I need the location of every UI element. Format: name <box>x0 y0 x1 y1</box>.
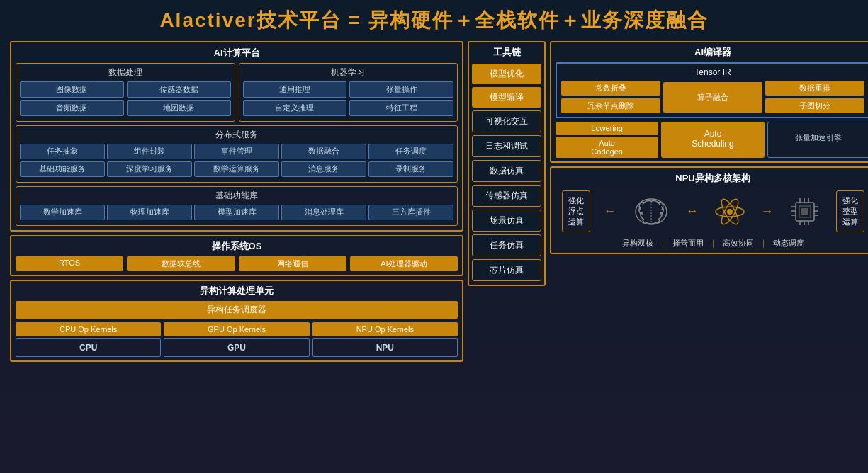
left-column: AI计算平台 数据处理 图像数据 传感器数据 音频数据 地图数据 <box>10 41 463 362</box>
ai-platform-box: AI计算平台 数据处理 图像数据 传感器数据 音频数据 地图数据 <box>10 41 463 232</box>
model-accel-btn[interactable]: 模型加速库 <box>194 205 279 220</box>
map-data-btn[interactable]: 地图数据 <box>127 100 231 116</box>
mid-arrow: ↔ <box>686 204 699 219</box>
physics-accel-btn[interactable]: 物理加速库 <box>107 205 192 220</box>
data-bus-btn[interactable]: 数据软总线 <box>127 256 235 271</box>
toolchain-title: 工具链 <box>472 46 541 59</box>
custom-inference-btn[interactable]: 自定义推理 <box>243 100 347 116</box>
distributed-services-box: 分布式服务 任务抽象 组件封装 事件管理 数据融合 任务调度 基础功能服务 深度… <box>16 125 458 183</box>
machine-learning-section: 机器学习 通用推理 张量操作 自定义推理 特征工程 <box>239 63 458 122</box>
cpu-btn[interactable]: CPU <box>16 338 161 357</box>
tensor-ir-box: Tensor IR 常数折叠 冗余节点删除 算子融合 数据重排 子图切分 <box>556 62 868 118</box>
hetero-compute-box: 异构计算处理单元 异构任务调度器 CPU Op Kernels CPU GPU … <box>10 280 463 362</box>
chip-icon <box>787 194 823 229</box>
main-title: AIactiver技术平台 = 异构硬件＋全栈软件＋业务深度融合 <box>10 7 858 34</box>
audio-data-btn[interactable]: 音频数据 <box>20 100 124 116</box>
npu-arch-row: 强化 浮点 运算 ← <box>557 190 868 232</box>
math-accel-btn[interactable]: 数学加速库 <box>20 205 105 220</box>
os-box: 操作系统OS RTOS 数据软总线 网络通信 AI处理器驱动 <box>10 235 463 276</box>
left-arrow: ← <box>604 204 616 219</box>
brain-icon <box>630 194 672 229</box>
component-encap-btn[interactable]: 组件封装 <box>107 144 192 159</box>
npu-left-label: 强化 浮点 运算 <box>562 190 590 232</box>
cpu-op-kernels-btn[interactable]: CPU Op Kernels <box>16 322 161 336</box>
basic-func-service-btn[interactable]: 基础功能服务 <box>20 161 105 177</box>
data-processing-section: 数据处理 图像数据 传感器数据 音频数据 地图数据 <box>16 63 235 122</box>
svg-point-2 <box>727 209 733 215</box>
tensor-ir-title: Tensor IR <box>561 67 864 77</box>
data-rearrange-btn[interactable]: 数据重排 <box>765 81 864 96</box>
task-abstract-btn[interactable]: 任务抽象 <box>20 144 105 159</box>
task-sim-btn[interactable]: 任务仿真 <box>472 234 541 256</box>
auto-codegen-btn[interactable]: Auto Codegen <box>556 137 658 158</box>
feature-engineering-btn[interactable]: 特征工程 <box>349 100 453 116</box>
scene-sim-btn[interactable]: 场景仿真 <box>472 210 541 232</box>
ml-row1: 通用推理 张量操作 <box>243 81 454 98</box>
ai-compiler-box: AI编译器 Tensor IR 常数折叠 冗余节点删除 算子融合 数据重排 <box>550 41 868 163</box>
basic-lib-title: 基础功能库 <box>20 190 453 202</box>
ml-row2: 自定义推理 特征工程 <box>243 100 454 116</box>
data-processing-row2: 音频数据 地图数据 <box>20 100 231 116</box>
npu-title: NPU异构多核架构 <box>557 172 868 185</box>
event-mgmt-btn[interactable]: 事件管理 <box>194 144 279 159</box>
record-service-btn[interactable]: 录制服务 <box>368 161 453 177</box>
data-processing-title: 数据处理 <box>20 67 231 79</box>
distributed-row2: 基础功能服务 深度学习服务 数学运算服务 消息服务 录制服务 <box>20 161 453 177</box>
npu-right-label: 强化 整型 运算 <box>836 190 864 232</box>
deep-learning-service-btn[interactable]: 深度学习服务 <box>107 161 192 177</box>
auto-scheduling-btn[interactable]: Auto Scheduling <box>661 122 764 158</box>
hetero-scheduler: 异构任务调度器 <box>16 301 458 319</box>
sensor-sim-btn[interactable]: 传感器仿真 <box>472 185 541 207</box>
subgraph-split-btn[interactable]: 子图切分 <box>765 98 864 113</box>
atom-icon <box>712 194 748 229</box>
os-row: RTOS 数据软总线 网络通信 AI处理器驱动 <box>16 256 458 271</box>
basic-lib-box: 基础功能库 数学加速库 物理加速库 模型加速库 消息处理库 三方库插件 <box>16 186 458 226</box>
msg-process-btn[interactable]: 消息处理库 <box>281 205 366 220</box>
npu-btn[interactable]: NPU <box>312 338 458 357</box>
task-sched-btn[interactable]: 任务调度 <box>368 144 453 159</box>
redundant-node-btn[interactable]: 冗余节点删除 <box>561 98 660 113</box>
model-compile-btn[interactable]: 模型编译 <box>472 87 541 108</box>
model-optimize-btn[interactable]: 模型优化 <box>472 64 541 84</box>
gpu-btn[interactable]: GPU <box>164 338 309 357</box>
tensor-ops-btn[interactable]: 张量操作 <box>349 81 453 98</box>
basic-lib-row: 数学加速库 物理加速库 模型加速库 消息处理库 三方库插件 <box>20 205 453 220</box>
npu-desc-efficient: 高效协同 <box>723 238 754 249</box>
general-inference-btn[interactable]: 通用推理 <box>243 81 347 98</box>
npu-desc-dual: 异构双核 <box>622 238 653 249</box>
hetero-title: 异构计算处理单元 <box>16 285 458 297</box>
cpu-col: CPU Op Kernels CPU <box>16 322 161 357</box>
sensor-data-btn[interactable]: 传感器数据 <box>127 81 231 98</box>
op-fusion-btn[interactable]: 算子融合 <box>663 82 762 113</box>
hetero-inner-grid: CPU Op Kernels CPU GPU Op Kernels GPU NP… <box>16 322 458 357</box>
network-comm-btn[interactable]: 网络通信 <box>239 256 346 271</box>
third-party-plugin-btn[interactable]: 三方库插件 <box>368 205 453 220</box>
data-sim-btn[interactable]: 数据仿真 <box>472 160 541 182</box>
npu-op-kernels-btn[interactable]: NPU Op Kernels <box>312 322 458 336</box>
npu-desc-row: 异构双核 ｜ 择善而用 ｜ 高效协同 ｜ 动态调度 <box>557 238 868 249</box>
math-compute-service-btn[interactable]: 数学运算服务 <box>194 161 279 177</box>
data-fusion-btn[interactable]: 数据融合 <box>281 144 366 159</box>
lowering-btn[interactable]: Lowering <box>556 122 658 135</box>
gpu-op-kernels-btn[interactable]: GPU Op Kernels <box>164 322 309 336</box>
npu-desc-dynamic: 动态调度 <box>773 238 804 249</box>
gpu-col: GPU Op Kernels GPU <box>164 322 309 357</box>
chip-sim-btn[interactable]: 芯片仿真 <box>472 259 541 281</box>
right-arrow: → <box>761 204 774 219</box>
const-fold-btn[interactable]: 常数折叠 <box>561 81 660 96</box>
page-wrapper: AIactiver技术平台 = 异构硬件＋全栈软件＋业务深度融合 AI计算平台 … <box>0 0 868 473</box>
toolchain-column: 工具链 模型优化 模型编译 可视化交互 日志和调试 数据仿真 传感器仿真 场景仿… <box>468 41 546 286</box>
rtos-btn[interactable]: RTOS <box>16 256 123 271</box>
message-service-btn[interactable]: 消息服务 <box>281 161 366 177</box>
distributed-row1: 任务抽象 组件封装 事件管理 数据融合 任务调度 <box>20 144 453 159</box>
ai-proc-driver-btn[interactable]: AI处理器驱动 <box>350 256 458 271</box>
ai-compiler-title: AI编译器 <box>556 46 868 59</box>
right-column: AI编译器 Tensor IR 常数折叠 冗余节点删除 算子融合 数据重排 <box>550 41 868 254</box>
npu-desc-choose: 择善而用 <box>672 238 704 249</box>
machine-learning-title: 机器学习 <box>243 67 454 79</box>
tensor-accel-btn[interactable]: 张量加速引擎 <box>767 122 868 158</box>
ai-platform-title: AI计算平台 <box>16 47 458 59</box>
log-debug-btn[interactable]: 日志和调试 <box>472 135 541 157</box>
visual-interact-btn[interactable]: 可视化交互 <box>472 110 541 132</box>
image-data-btn[interactable]: 图像数据 <box>20 81 124 98</box>
